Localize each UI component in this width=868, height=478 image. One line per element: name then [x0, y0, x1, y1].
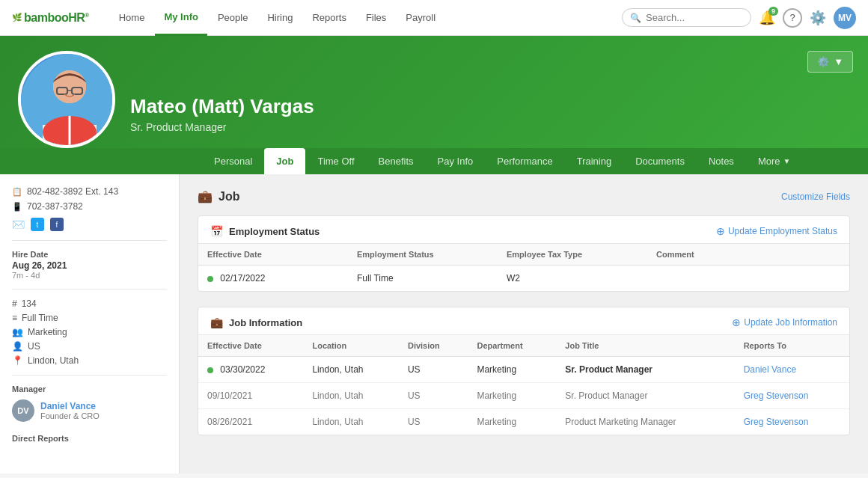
- sidebar-phone1: 802-482-3892 Ext. 143: [27, 186, 118, 197]
- search-input[interactable]: [646, 12, 743, 23]
- manager-label: Manager: [12, 384, 167, 393]
- content-area: 💼 Job Customize Fields 📅 Employment Stat…: [180, 174, 868, 474]
- update-job-information-button[interactable]: ⊕ Update Job Information: [732, 316, 837, 328]
- employment-status-section: 📅 Employment Status ⊕ Update Employment …: [198, 215, 850, 292]
- tab-job[interactable]: Job: [264, 148, 305, 174]
- sidebar-phone2: 702-387-3782: [27, 201, 83, 212]
- location-icon: 📍: [12, 355, 23, 366]
- job-info-row-3: 08/26/2021 Lindon, Utah US Marketing Pro…: [198, 409, 849, 435]
- profile-header: Mateo (Matt) Vargas Sr. Product Manager …: [0, 36, 868, 148]
- nav-files[interactable]: Files: [357, 0, 395, 36]
- sidebar-contact: 📋 802-482-3892 Ext. 143 📱 702-387-3782 ✉…: [12, 186, 167, 231]
- chevron-down-icon: ▼: [834, 56, 843, 67]
- facebook-icon[interactable]: f: [50, 218, 64, 231]
- logo[interactable]: 🌿 bambooHR®: [12, 11, 89, 25]
- tab-more[interactable]: More ▼: [746, 148, 803, 174]
- customize-fields-button[interactable]: Customize Fields: [781, 191, 850, 202]
- tab-timeoff[interactable]: Time Off: [305, 148, 366, 174]
- top-nav: 🌿 bambooHR® Home My Info People Hiring R…: [0, 0, 868, 36]
- tab-benefits[interactable]: Benefits: [367, 148, 426, 174]
- manager-avatar: DV: [12, 399, 34, 422]
- current-indicator: [207, 276, 213, 282]
- manager-name[interactable]: Daniel Vance: [40, 401, 100, 411]
- department-icon: 👥: [12, 327, 23, 337]
- tab-performance[interactable]: Performance: [485, 148, 564, 174]
- direct-reports-label: Direct Reports: [12, 434, 167, 443]
- employment-type-icon: ≡: [12, 313, 17, 323]
- help-button[interactable]: ?: [783, 8, 802, 28]
- profile-avatar: [18, 51, 115, 148]
- search-box[interactable]: 🔍: [622, 8, 751, 27]
- profile-tabs: Personal Job Time Off Benefits Pay Info …: [0, 148, 868, 174]
- sidebar-employment-type: Full Time: [22, 313, 58, 323]
- job-info-icon: 💼: [210, 316, 223, 328]
- reports-to-link-1[interactable]: Daniel Vance: [744, 364, 797, 375]
- tab-personal[interactable]: Personal: [202, 148, 264, 174]
- phone-icon: 📋: [12, 187, 22, 197]
- job-section-title: 💼 Job: [198, 189, 239, 203]
- sidebar-country: US: [28, 341, 40, 352]
- job-info-row-2: 09/10/2021 Lindon, Utah US Marketing Sr.…: [198, 383, 849, 409]
- mobile-icon: 📱: [12, 202, 22, 212]
- notifications-button[interactable]: 🔔 9: [759, 10, 775, 26]
- profile-name: Mateo (Matt) Vargas: [130, 95, 850, 118]
- profile-settings-button[interactable]: ⚙️ ▼: [807, 51, 853, 73]
- nav-hiring[interactable]: Hiring: [258, 0, 302, 36]
- hire-date-label: Hire Date: [12, 250, 167, 259]
- reports-to-link-2[interactable]: Greg Stevenson: [744, 390, 809, 401]
- email-icon[interactable]: ✉️: [12, 218, 25, 230]
- employment-status-title: Employment Status: [229, 226, 320, 237]
- gear-icon: ⚙️: [817, 56, 829, 67]
- manager-title: Founder & CRO: [40, 411, 100, 420]
- tab-training[interactable]: Training: [565, 148, 623, 174]
- tab-notes[interactable]: Notes: [697, 148, 746, 174]
- user-avatar[interactable]: MV: [834, 7, 856, 29]
- search-icon: 🔍: [630, 13, 641, 23]
- profile-job-title: Sr. Product Manager: [130, 121, 850, 133]
- hire-duration: 7m - 4d: [12, 271, 167, 280]
- nav-people[interactable]: People: [209, 0, 257, 36]
- country-icon: 👤: [12, 341, 23, 352]
- notification-badge: 9: [768, 7, 778, 16]
- status-icon: 📅: [210, 225, 223, 237]
- briefcase-icon: 💼: [198, 189, 213, 203]
- nav-payroll[interactable]: Payroll: [397, 0, 444, 36]
- nav-reports[interactable]: Reports: [303, 0, 355, 36]
- settings-button[interactable]: ⚙️: [810, 10, 826, 26]
- nav-home[interactable]: Home: [110, 0, 154, 36]
- profile-info: Mateo (Matt) Vargas Sr. Product Manager: [130, 95, 850, 148]
- sidebar-location: Lindon, Utah: [28, 355, 79, 366]
- job-information-table: Effective Date Location Division Departm…: [198, 334, 849, 435]
- reports-to-link-3[interactable]: Greg Stevenson: [744, 417, 809, 427]
- job-information-section: 💼 Job Information ⊕ Update Job Informati…: [198, 307, 850, 435]
- tab-documents[interactable]: Documents: [623, 148, 697, 174]
- job-information-title: Job Information: [229, 317, 302, 328]
- employment-status-table: Effective Date Employment Status Employe…: [198, 243, 849, 291]
- sidebar-id: 134: [22, 298, 37, 309]
- sidebar: 📋 802-482-3892 Ext. 143 📱 702-387-3782 ✉…: [0, 174, 180, 474]
- job-info-row-1: 03/30/2022 Lindon, Utah US Marketing Sr.…: [198, 357, 849, 383]
- hire-date-value: Aug 26, 2021: [12, 260, 167, 271]
- sidebar-department: Marketing: [28, 327, 67, 337]
- nav-myinfo[interactable]: My Info: [155, 0, 207, 36]
- id-icon: #: [12, 298, 17, 309]
- employment-status-row: 02/17/2022 Full Time W2: [198, 266, 849, 292]
- tab-payinfo[interactable]: Pay Info: [426, 148, 486, 174]
- twitter-icon[interactable]: t: [31, 218, 44, 231]
- update-employment-status-button[interactable]: ⊕ Update Employment Status: [716, 225, 837, 237]
- manager-row: DV Daniel Vance Founder & CRO: [12, 399, 167, 422]
